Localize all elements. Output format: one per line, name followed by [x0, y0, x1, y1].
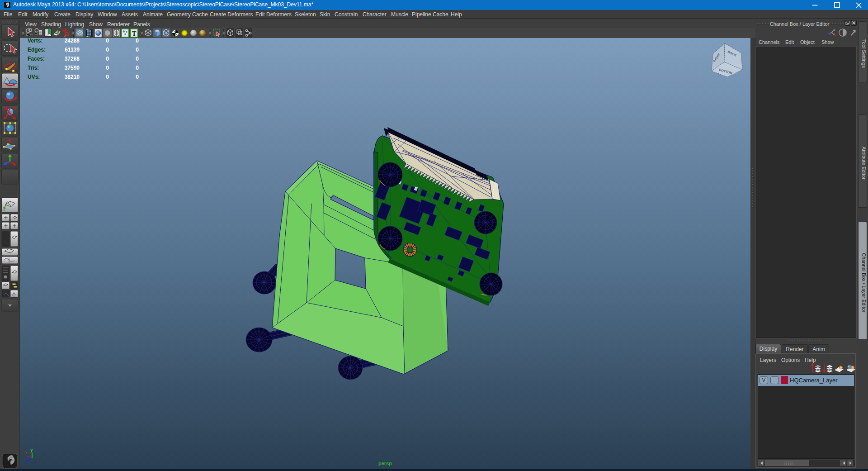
svg-text:Verts:: Verts:: [28, 38, 42, 44]
svg-text:z: z: [26, 457, 28, 461]
svg-text:0: 0: [106, 74, 109, 80]
svg-text:persp: persp: [378, 461, 392, 466]
svg-text:0: 0: [136, 38, 139, 44]
svg-text:T: T: [132, 30, 137, 37]
svg-text:0: 0: [136, 56, 139, 62]
svg-text:0: 0: [106, 47, 109, 53]
svg-text:37268: 37268: [65, 56, 80, 62]
svg-text:0: 0: [136, 74, 139, 80]
svg-text:0: 0: [106, 56, 109, 62]
svg-text:37590: 37590: [65, 65, 80, 71]
svg-text:61139: 61139: [65, 47, 80, 53]
svg-text:0: 0: [136, 65, 139, 71]
svg-text:x: x: [25, 450, 28, 455]
svg-text:Tris:: Tris:: [28, 65, 39, 71]
svg-text:0: 0: [136, 47, 139, 53]
svg-text:Faces:: Faces:: [28, 56, 45, 62]
svg-text:0: 0: [106, 38, 109, 44]
svg-text:24288: 24288: [65, 38, 80, 44]
svg-text:Edges:: Edges:: [28, 47, 46, 53]
svg-text:UVs:: UVs:: [28, 74, 40, 80]
svg-text:38210: 38210: [65, 74, 80, 80]
svg-text:0: 0: [106, 65, 109, 71]
svg-text:y: y: [30, 447, 33, 452]
